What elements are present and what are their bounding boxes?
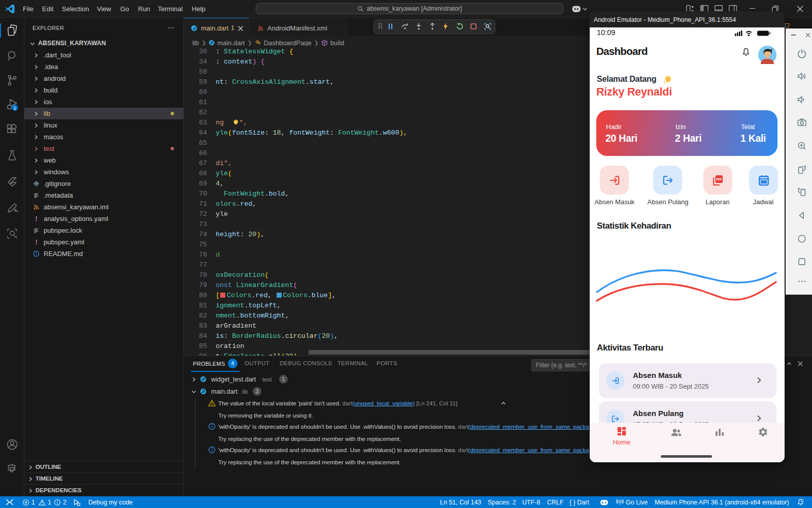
svg-text:PDF: PDF <box>716 178 722 181</box>
svg-text:1: 1 <box>14 106 16 111</box>
